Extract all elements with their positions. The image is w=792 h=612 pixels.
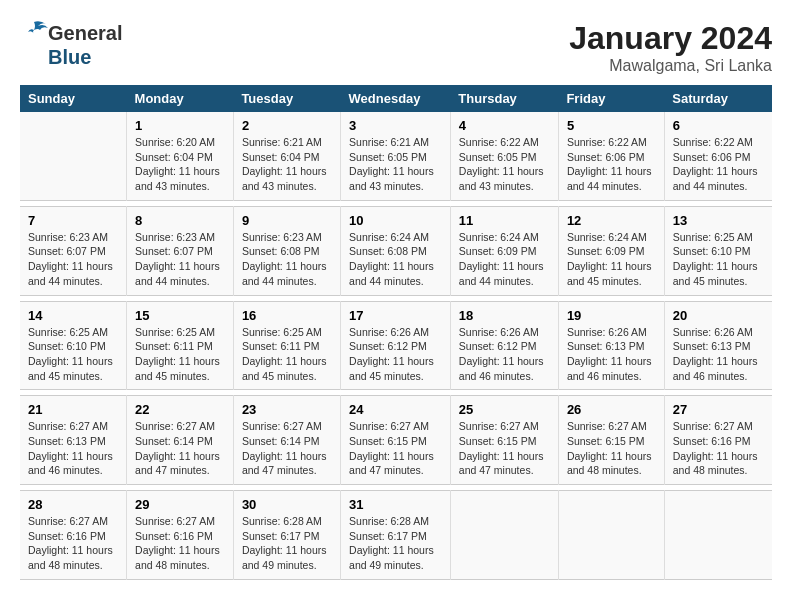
day-number: 7 [28,213,118,228]
day-info: Sunrise: 6:22 AMSunset: 6:06 PMDaylight:… [673,135,764,194]
day-number: 23 [242,402,332,417]
calendar-week-row: 1Sunrise: 6:20 AMSunset: 6:04 PMDaylight… [20,112,772,200]
page-header: General Blue January 2024 Mawalgama, Sri… [20,20,772,75]
day-number: 1 [135,118,225,133]
day-number: 20 [673,308,764,323]
calendar-cell: 20Sunrise: 6:26 AMSunset: 6:13 PMDayligh… [664,301,772,390]
day-number: 5 [567,118,656,133]
column-header-monday: Monday [127,85,234,112]
calendar-cell: 24Sunrise: 6:27 AMSunset: 6:15 PMDayligh… [341,396,451,485]
day-info: Sunrise: 6:27 AMSunset: 6:16 PMDaylight:… [28,514,118,573]
day-info: Sunrise: 6:25 AMSunset: 6:11 PMDaylight:… [135,325,225,384]
day-number: 26 [567,402,656,417]
day-info: Sunrise: 6:27 AMSunset: 6:16 PMDaylight:… [673,419,764,478]
calendar-cell [450,491,558,580]
logo-bird-icon [20,20,48,46]
day-info: Sunrise: 6:26 AMSunset: 6:12 PMDaylight:… [459,325,550,384]
day-number: 11 [459,213,550,228]
day-number: 18 [459,308,550,323]
month-title: January 2024 [569,20,772,57]
day-info: Sunrise: 6:24 AMSunset: 6:08 PMDaylight:… [349,230,442,289]
calendar-week-row: 7Sunrise: 6:23 AMSunset: 6:07 PMDaylight… [20,206,772,295]
logo: General Blue [20,20,122,69]
calendar-week-row: 21Sunrise: 6:27 AMSunset: 6:13 PMDayligh… [20,396,772,485]
day-info: Sunrise: 6:25 AMSunset: 6:11 PMDaylight:… [242,325,332,384]
calendar-cell: 13Sunrise: 6:25 AMSunset: 6:10 PMDayligh… [664,206,772,295]
day-info: Sunrise: 6:27 AMSunset: 6:13 PMDaylight:… [28,419,118,478]
calendar-cell: 28Sunrise: 6:27 AMSunset: 6:16 PMDayligh… [20,491,127,580]
column-header-wednesday: Wednesday [341,85,451,112]
day-info: Sunrise: 6:26 AMSunset: 6:13 PMDaylight:… [567,325,656,384]
calendar-cell: 27Sunrise: 6:27 AMSunset: 6:16 PMDayligh… [664,396,772,485]
day-info: Sunrise: 6:24 AMSunset: 6:09 PMDaylight:… [567,230,656,289]
day-number: 31 [349,497,442,512]
day-info: Sunrise: 6:21 AMSunset: 6:04 PMDaylight:… [242,135,332,194]
calendar-header-row: SundayMondayTuesdayWednesdayThursdayFrid… [20,85,772,112]
calendar-cell: 29Sunrise: 6:27 AMSunset: 6:16 PMDayligh… [127,491,234,580]
day-number: 25 [459,402,550,417]
day-info: Sunrise: 6:23 AMSunset: 6:08 PMDaylight:… [242,230,332,289]
day-number: 19 [567,308,656,323]
day-info: Sunrise: 6:23 AMSunset: 6:07 PMDaylight:… [28,230,118,289]
calendar-cell: 11Sunrise: 6:24 AMSunset: 6:09 PMDayligh… [450,206,558,295]
day-info: Sunrise: 6:23 AMSunset: 6:07 PMDaylight:… [135,230,225,289]
logo-blue-text: Blue [48,46,91,69]
day-number: 27 [673,402,764,417]
day-number: 4 [459,118,550,133]
calendar-cell: 23Sunrise: 6:27 AMSunset: 6:14 PMDayligh… [233,396,340,485]
column-header-friday: Friday [558,85,664,112]
day-info: Sunrise: 6:22 AMSunset: 6:06 PMDaylight:… [567,135,656,194]
calendar-week-row: 28Sunrise: 6:27 AMSunset: 6:16 PMDayligh… [20,491,772,580]
day-number: 2 [242,118,332,133]
calendar-cell [20,112,127,200]
day-number: 22 [135,402,225,417]
calendar-cell: 17Sunrise: 6:26 AMSunset: 6:12 PMDayligh… [341,301,451,390]
calendar-cell: 15Sunrise: 6:25 AMSunset: 6:11 PMDayligh… [127,301,234,390]
calendar-cell: 22Sunrise: 6:27 AMSunset: 6:14 PMDayligh… [127,396,234,485]
title-section: January 2024 Mawalgama, Sri Lanka [569,20,772,75]
calendar-cell: 5Sunrise: 6:22 AMSunset: 6:06 PMDaylight… [558,112,664,200]
location-title: Mawalgama, Sri Lanka [569,57,772,75]
day-info: Sunrise: 6:27 AMSunset: 6:16 PMDaylight:… [135,514,225,573]
day-number: 9 [242,213,332,228]
calendar-cell: 21Sunrise: 6:27 AMSunset: 6:13 PMDayligh… [20,396,127,485]
day-number: 13 [673,213,764,228]
calendar-cell: 7Sunrise: 6:23 AMSunset: 6:07 PMDaylight… [20,206,127,295]
calendar-cell: 4Sunrise: 6:22 AMSunset: 6:05 PMDaylight… [450,112,558,200]
column-header-thursday: Thursday [450,85,558,112]
day-number: 12 [567,213,656,228]
calendar-cell: 8Sunrise: 6:23 AMSunset: 6:07 PMDaylight… [127,206,234,295]
calendar-cell [558,491,664,580]
day-info: Sunrise: 6:28 AMSunset: 6:17 PMDaylight:… [349,514,442,573]
calendar-week-row: 14Sunrise: 6:25 AMSunset: 6:10 PMDayligh… [20,301,772,390]
day-info: Sunrise: 6:28 AMSunset: 6:17 PMDaylight:… [242,514,332,573]
day-number: 10 [349,213,442,228]
day-number: 6 [673,118,764,133]
day-number: 8 [135,213,225,228]
day-info: Sunrise: 6:25 AMSunset: 6:10 PMDaylight:… [28,325,118,384]
day-info: Sunrise: 6:24 AMSunset: 6:09 PMDaylight:… [459,230,550,289]
day-info: Sunrise: 6:27 AMSunset: 6:15 PMDaylight:… [567,419,656,478]
day-info: Sunrise: 6:27 AMSunset: 6:15 PMDaylight:… [459,419,550,478]
day-info: Sunrise: 6:21 AMSunset: 6:05 PMDaylight:… [349,135,442,194]
day-number: 16 [242,308,332,323]
calendar-cell: 16Sunrise: 6:25 AMSunset: 6:11 PMDayligh… [233,301,340,390]
logo-general-text: General [48,22,122,45]
day-number: 15 [135,308,225,323]
column-header-saturday: Saturday [664,85,772,112]
day-info: Sunrise: 6:25 AMSunset: 6:10 PMDaylight:… [673,230,764,289]
calendar-cell: 18Sunrise: 6:26 AMSunset: 6:12 PMDayligh… [450,301,558,390]
day-info: Sunrise: 6:27 AMSunset: 6:14 PMDaylight:… [242,419,332,478]
calendar-cell: 2Sunrise: 6:21 AMSunset: 6:04 PMDaylight… [233,112,340,200]
calendar-cell: 25Sunrise: 6:27 AMSunset: 6:15 PMDayligh… [450,396,558,485]
day-info: Sunrise: 6:26 AMSunset: 6:13 PMDaylight:… [673,325,764,384]
calendar-cell: 26Sunrise: 6:27 AMSunset: 6:15 PMDayligh… [558,396,664,485]
day-number: 29 [135,497,225,512]
day-info: Sunrise: 6:20 AMSunset: 6:04 PMDaylight:… [135,135,225,194]
day-info: Sunrise: 6:22 AMSunset: 6:05 PMDaylight:… [459,135,550,194]
day-info: Sunrise: 6:27 AMSunset: 6:15 PMDaylight:… [349,419,442,478]
day-number: 28 [28,497,118,512]
calendar-cell: 19Sunrise: 6:26 AMSunset: 6:13 PMDayligh… [558,301,664,390]
calendar-cell: 1Sunrise: 6:20 AMSunset: 6:04 PMDaylight… [127,112,234,200]
column-header-tuesday: Tuesday [233,85,340,112]
